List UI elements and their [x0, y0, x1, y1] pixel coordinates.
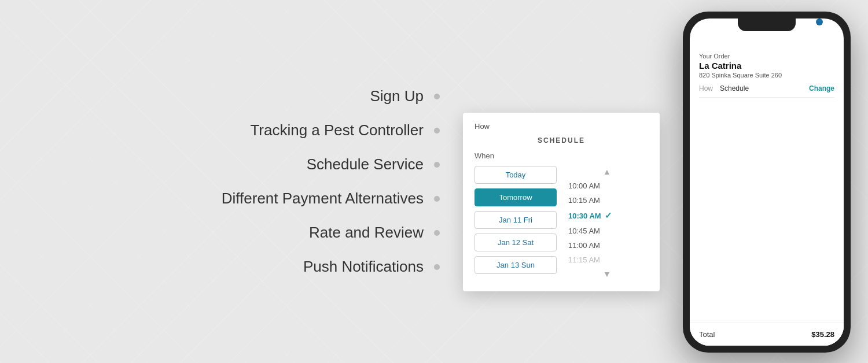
time-item-t1100[interactable]: 11:00 AM	[566, 238, 648, 253]
nav-dot-schedule	[434, 162, 440, 168]
total-amount: $35.28	[811, 330, 834, 339]
order-label: Your Order	[699, 53, 834, 60]
left-navigation: Sign Up Tracking a Pest Controller Sched…	[0, 0, 440, 363]
nav-label-push: Push Notifications	[303, 258, 424, 276]
schedule-title: SCHEDULE	[475, 136, 648, 145]
phone-mockup: Your Order La Catrina 820 Spinka Square …	[665, 12, 851, 353]
nav-item-sign-up[interactable]: Sign Up	[69, 79, 440, 113]
phone-notch	[738, 18, 796, 31]
nav-item-tracking[interactable]: Tracking a Pest Controller	[69, 113, 440, 147]
nav-item-push[interactable]: Push Notifications	[69, 250, 440, 284]
time-item-t1030[interactable]: 10:30 AM ✓	[566, 208, 648, 224]
time-check-icon: ✓	[605, 210, 612, 221]
time-up-arrow[interactable]: ▲	[566, 166, 648, 177]
time-down-arrow[interactable]: ▼	[566, 268, 648, 280]
time-list: ▲ 10:00 AM10:15 AM10:30 AM ✓10:45 AM11:0…	[566, 166, 648, 280]
nav-dot-push	[434, 264, 440, 270]
date-btn-today[interactable]: Today	[475, 166, 557, 184]
time-item-t1045[interactable]: 10:45 AM	[566, 224, 648, 238]
tab-change[interactable]: Change	[809, 84, 834, 92]
tab-how[interactable]: How	[699, 84, 713, 92]
date-btn-jan11[interactable]: Jan 11 Fri	[475, 211, 557, 229]
tab-schedule[interactable]: Schedule	[720, 84, 749, 92]
phone-tabs: How Schedule Change	[699, 84, 834, 98]
restaurant-name: La Catrina	[699, 61, 834, 71]
date-btn-jan12[interactable]: Jan 12 Sat	[475, 234, 557, 251]
nav-item-rate[interactable]: Rate and Review	[69, 216, 440, 250]
nav-dot-tracking	[434, 128, 440, 134]
card-how-label: How	[475, 122, 648, 131]
date-list: TodayTomorrowJan 11 FriJan 12 SatJan 13 …	[475, 166, 557, 280]
nav-label-tracking: Tracking a Pest Controller	[250, 121, 424, 139]
phone-content: Your Order La Catrina 820 Spinka Square …	[690, 45, 844, 346]
nav-dot-payment	[434, 196, 440, 202]
nav-label-payment: Different Payment Alternatives	[222, 190, 424, 208]
nav-label-schedule: Schedule Service	[307, 155, 424, 173]
time-item-t1115[interactable]: 11:15 AM	[566, 253, 648, 267]
nav-label-rate: Rate and Review	[309, 224, 424, 242]
phone-frame: Your Order La Catrina 820 Spinka Square …	[683, 12, 851, 353]
when-label: When	[475, 151, 648, 160]
time-item-t1000[interactable]: 10:00 AM	[566, 179, 648, 193]
total-label: Total	[699, 330, 715, 339]
nav-dot-rate	[434, 230, 440, 236]
card-body: TodayTomorrowJan 11 FriJan 12 SatJan 13 …	[475, 166, 648, 280]
date-btn-tomorrow[interactable]: Tomorrow	[475, 188, 557, 206]
phone-screen: Your Order La Catrina 820 Spinka Square …	[690, 18, 844, 346]
total-bar: Total $35.28	[690, 323, 844, 346]
nav-item-schedule[interactable]: Schedule Service	[69, 147, 440, 182]
date-btn-jan13[interactable]: Jan 13 Sun	[475, 256, 557, 274]
phone-camera	[816, 18, 823, 25]
nav-dot-sign-up	[434, 94, 440, 99]
nav-item-payment[interactable]: Different Payment Alternatives	[69, 182, 440, 216]
nav-label-sign-up: Sign Up	[370, 87, 424, 105]
time-item-t1015[interactable]: 10:15 AM	[566, 193, 648, 208]
order-address: 820 Spinka Square Suite 260	[699, 72, 834, 79]
schedule-card: How SCHEDULE When TodayTomorrowJan 11 Fr…	[463, 113, 660, 291]
